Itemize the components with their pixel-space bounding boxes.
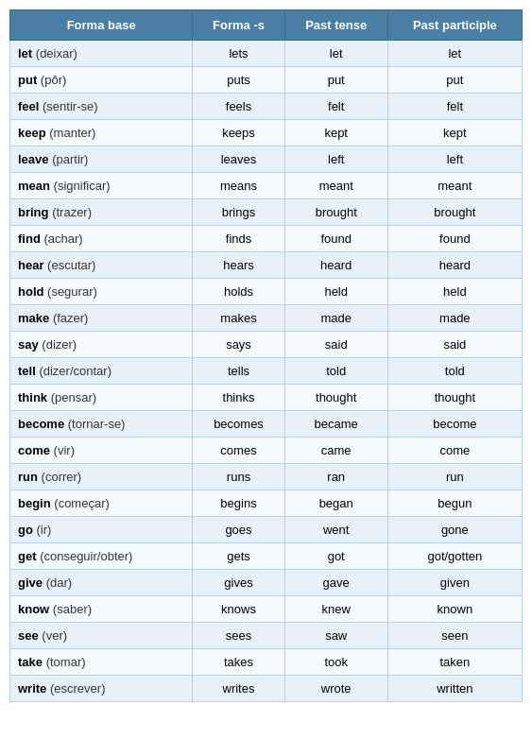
cell-form-1: told [284,358,387,385]
cell-base-form: take (tomar) [10,649,193,676]
table-row: write (escrever)writeswrotewritten [10,676,523,702]
table-row: make (fazer)makesmademade [10,305,523,332]
cell-base-form: go (ir) [10,517,193,543]
cell-form-1: held [284,279,387,305]
cell-base-form: think (pensar) [10,385,193,411]
table-row: know (saber)knowsknewknown [10,596,523,623]
cell-form-1: came [284,438,387,464]
cell-form-2: come [387,438,522,464]
cell-form-1: ran [284,464,387,490]
cell-form-2: made [387,305,522,332]
cell-form-2: run [387,464,522,490]
cell-form-1: felt [284,94,387,120]
cell-form-0: finds [193,226,284,252]
cell-form-1: took [284,649,387,676]
cell-form-0: keeps [193,120,284,146]
cell-base-form: let (deixar) [10,41,193,67]
cell-form-1: kept [284,120,387,146]
cell-base-form: mean (significar) [10,173,193,199]
cell-base-form: come (vir) [10,438,193,464]
cell-form-0: makes [193,305,284,332]
cell-form-2: meant [387,173,522,199]
cell-form-1: made [284,305,387,332]
table-row: tell (dizer/contar)tellstoldtold [10,358,523,385]
cell-form-2: become [387,411,522,438]
cell-form-1: saw [284,623,387,649]
cell-base-form: run (correr) [10,464,193,490]
cell-base-form: keep (manter) [10,120,193,146]
cell-form-1: put [284,67,387,94]
cell-form-2: got/gotten [387,543,522,570]
cell-form-0: gets [193,543,284,570]
cell-form-0: holds [193,279,284,305]
table-row: feel (sentir-se)feelsfeltfelt [10,94,523,120]
cell-form-1: became [284,411,387,438]
cell-form-0: sees [193,623,284,649]
cell-form-2: felt [387,94,522,120]
cell-form-2: given [387,570,522,596]
cell-form-1: gave [284,570,387,596]
table-row: let (deixar)letsletlet [10,41,523,67]
cell-form-2: said [387,332,522,358]
irregular-verbs-table: Forma base Forma -s Past tense Past part… [9,9,523,702]
header-past-participle: Past participle [387,10,522,41]
cell-form-0: means [193,173,284,199]
cell-form-0: gives [193,570,284,596]
cell-base-form: tell (dizer/contar) [10,358,193,385]
cell-base-form: say (dizer) [10,332,193,358]
cell-form-1: got [284,543,387,570]
cell-form-0: knows [193,596,284,623]
cell-form-0: takes [193,649,284,676]
table-row: get (conseguir/obter)getsgotgot/gotten [10,543,523,570]
cell-form-2: heard [387,252,522,279]
cell-form-1: thought [284,385,387,411]
table-row: run (correr)runsranrun [10,464,523,490]
cell-form-2: brought [387,199,522,226]
cell-form-1: began [284,490,387,517]
table-row: begin (começar)beginsbeganbegun [10,490,523,517]
cell-base-form: begin (começar) [10,490,193,517]
table-row: put (pôr)putsputput [10,67,523,94]
cell-base-form: get (conseguir/obter) [10,543,193,570]
cell-base-form: put (pôr) [10,67,193,94]
cell-form-0: thinks [193,385,284,411]
cell-form-2: left [387,146,522,173]
table-row: see (ver)seessawseen [10,623,523,649]
cell-form-2: known [387,596,522,623]
cell-form-2: taken [387,649,522,676]
cell-form-2: let [387,41,522,67]
cell-form-2: found [387,226,522,252]
cell-form-0: becomes [193,411,284,438]
header-base-form: Forma base [10,10,193,41]
cell-base-form: feel (sentir-se) [10,94,193,120]
table-row: bring (trazer)bringsbroughtbrought [10,199,523,226]
table-row: hear (escutar)hearsheardheard [10,252,523,279]
table-row: keep (manter)keepskeptkept [10,120,523,146]
cell-form-2: put [387,67,522,94]
table-row: go (ir)goeswentgone [10,517,523,543]
cell-base-form: hold (segurar) [10,279,193,305]
cell-form-1: said [284,332,387,358]
cell-form-1: went [284,517,387,543]
cell-base-form: find (achar) [10,226,193,252]
table-row: hold (segurar)holdsheldheld [10,279,523,305]
cell-form-1: knew [284,596,387,623]
cell-form-1: found [284,226,387,252]
table-row: mean (significar)meansmeantmeant [10,173,523,199]
cell-form-0: runs [193,464,284,490]
cell-form-0: hears [193,252,284,279]
cell-form-0: feels [193,94,284,120]
cell-base-form: bring (trazer) [10,199,193,226]
cell-form-1: wrote [284,676,387,702]
cell-form-0: says [193,332,284,358]
table-row: find (achar)findsfoundfound [10,226,523,252]
table-row: think (pensar)thinksthoughtthought [10,385,523,411]
table-row: take (tomar)takestooktaken [10,649,523,676]
cell-form-0: tells [193,358,284,385]
cell-base-form: give (dar) [10,570,193,596]
table-row: leave (partir)leavesleftleft [10,146,523,173]
cell-form-2: seen [387,623,522,649]
cell-base-form: make (fazer) [10,305,193,332]
cell-form-0: begins [193,490,284,517]
cell-form-0: goes [193,517,284,543]
